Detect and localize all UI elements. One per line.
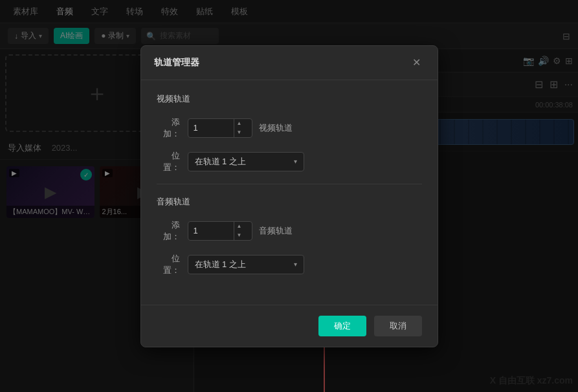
- audio-position-value: 在轨道 1 之上: [195, 259, 246, 270]
- audio-add-input[interactable]: [188, 226, 234, 235]
- cancel-button[interactable]: 取消: [374, 316, 422, 336]
- confirm-button[interactable]: 确定: [318, 316, 366, 336]
- video-add-suffix: 视频轨道: [259, 122, 293, 134]
- audio-add-label: 添加：: [157, 219, 180, 243]
- audio-position-row: 位置： 在轨道 1 之上 ▾: [157, 253, 422, 276]
- video-position-label: 位置：: [157, 150, 180, 173]
- video-add-spinner[interactable]: ▲ ▼: [188, 118, 252, 138]
- audio-spinner-down[interactable]: ▼: [234, 231, 245, 240]
- video-position-value: 在轨道 1 之上: [195, 156, 246, 168]
- audio-add-spinner[interactable]: ▲ ▼: [188, 221, 252, 241]
- video-add-row: 添加： ▲ ▼ 视频轨道: [157, 116, 422, 140]
- audio-spinner-up[interactable]: ▲: [234, 222, 245, 231]
- audio-add-input-group: ▲ ▼ 音频轨道: [188, 221, 293, 241]
- spinner-down[interactable]: ▼: [234, 128, 245, 137]
- audio-spinner-arrows: ▲ ▼: [234, 222, 245, 240]
- track-manager-dialog: 轨道管理器 ✕ 视频轨道 添加： ▲ ▼ 视频轨道: [140, 45, 438, 347]
- dialog-footer: 确定 取消: [141, 305, 438, 347]
- dialog-backdrop: 轨道管理器 ✕ 视频轨道 添加： ▲ ▼ 视频轨道: [0, 0, 578, 392]
- audio-position-select[interactable]: 在轨道 1 之上 ▾: [188, 255, 304, 274]
- section-divider: [157, 184, 422, 184]
- spinner-up[interactable]: ▲: [234, 119, 245, 128]
- video-add-input-group: ▲ ▼ 视频轨道: [188, 118, 293, 138]
- video-add-label: 添加：: [157, 116, 180, 140]
- video-position-select[interactable]: 在轨道 1 之上 ▾: [188, 152, 304, 171]
- audio-position-label: 位置：: [157, 253, 180, 276]
- video-section-title: 视频轨道: [157, 93, 422, 105]
- dialog-title: 轨道管理器: [154, 57, 199, 69]
- video-add-input[interactable]: [188, 123, 234, 133]
- spinner-arrows: ▲ ▼: [234, 119, 245, 137]
- video-position-chevron: ▾: [294, 158, 297, 165]
- audio-add-suffix: 音频轨道: [259, 225, 293, 237]
- audio-add-row: 添加： ▲ ▼ 音频轨道: [157, 219, 422, 243]
- audio-position-chevron: ▾: [294, 261, 297, 268]
- audio-section-title: 音频轨道: [157, 196, 422, 208]
- close-button[interactable]: ✕: [409, 55, 425, 71]
- video-position-row: 位置： 在轨道 1 之上 ▾: [157, 150, 422, 173]
- dialog-header: 轨道管理器 ✕: [141, 46, 438, 80]
- dialog-body: 视频轨道 添加： ▲ ▼ 视频轨道 位置：: [141, 80, 438, 299]
